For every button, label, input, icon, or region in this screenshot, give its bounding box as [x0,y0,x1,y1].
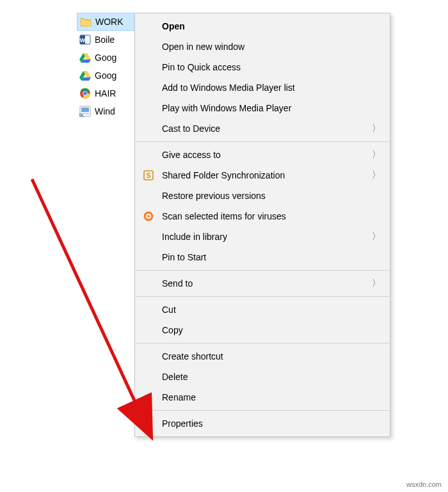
svg-line-23 [32,179,150,435]
menu-wmp-play[interactable]: Play with Windows Media Player [135,98,390,118]
menu-label: Properties [162,418,381,429]
menu-separator [136,343,389,344]
blank-icon [141,148,156,162]
blank-icon [141,417,156,431]
menu-label: Copy [162,325,381,335]
file-label: Goog [95,52,116,63]
blank-icon [141,390,156,404]
menu-label: Give access to [162,150,372,160]
blank-icon [141,303,156,317]
menu-label: Open [162,21,381,31]
menu-pin-start[interactable]: Pin to Start [135,247,390,267]
menu-label: Cast to Device [162,123,372,134]
blank-icon [141,19,156,33]
menu-create-shortcut[interactable]: Create shortcut [135,346,390,367]
menu-label: Rename [162,392,381,402]
menu-restore-previous[interactable]: Restore previous versions [135,186,390,206]
menu-label: Play with Windows Media Player [162,103,381,113]
file-label: Goog [95,70,116,81]
blank-icon [141,189,156,203]
menu-open-new-window[interactable]: Open in new window [135,36,390,57]
blank-icon [141,323,156,337]
menu-separator [136,141,389,142]
chevron-right-icon: 〉 [372,149,381,161]
menu-rename[interactable]: Rename [135,387,390,408]
menu-label: Send to [162,278,372,289]
watermark: wsxdn.com [406,480,442,488]
chevron-right-icon: 〉 [372,170,381,181]
menu-scan-viruses[interactable]: Scan selected items for viruses [135,206,390,226]
menu-shared-folder-sync[interactable]: S Shared Folder Synchronization 〉 [135,165,390,186]
svg-rect-14 [81,113,89,115]
svg-rect-13 [81,107,89,112]
antivirus-icon [141,209,156,223]
menu-label: Add to Windows Media Player list [162,83,381,93]
menu-separator [136,410,389,411]
menu-delete[interactable]: Delete [135,367,390,387]
svg-text:S: S [147,172,151,179]
menu-open[interactable]: Open [135,16,390,36]
menu-separator [136,270,389,271]
blank-icon [141,122,156,136]
file-label: HAIR [95,88,116,99]
menu-copy[interactable]: Copy [135,320,390,340]
menu-properties[interactable]: Properties [135,413,390,434]
menu-wmp-add[interactable]: Add to Windows Media Player list [135,77,390,98]
chevron-right-icon: 〉 [372,278,381,289]
blank-icon [141,40,156,54]
chrome-icon [79,88,91,99]
word-icon: W [79,34,91,45]
chevron-right-icon: 〉 [372,231,381,242]
menu-label: Delete [162,372,381,382]
file-label: Boile [95,35,115,45]
blank-icon [141,250,156,264]
menu-pin-quick-access[interactable]: Pin to Quick access [135,57,390,77]
menu-label: Cut [162,305,381,315]
menu-give-access-to[interactable]: Give access to 〉 [135,145,390,165]
drive-icon [79,52,91,63]
menu-separator [136,296,389,297]
context-menu: Open Open in new window Pin to Quick acc… [134,13,390,437]
menu-cut[interactable]: Cut [135,299,390,320]
shortcut-icon [79,106,91,117]
blank-icon [141,81,156,95]
menu-label: Shared Folder Synchronization [162,170,372,180]
menu-label: Include in library [162,232,372,242]
sync-icon: S [141,168,156,182]
menu-label: Pin to Start [162,252,381,262]
drive-icon [79,70,91,81]
svg-text:W: W [80,37,86,44]
menu-cast-to-device[interactable]: Cast to Device 〉 [135,118,390,139]
file-label: WORK [95,17,124,27]
chevron-right-icon: 〉 [372,123,381,134]
blank-icon [141,370,156,384]
menu-label: Restore previous versions [162,191,381,201]
menu-send-to[interactable]: Send to 〉 [135,273,390,294]
svg-point-11 [83,91,87,95]
blank-icon [141,349,156,363]
menu-include-library[interactable]: Include in library 〉 [135,226,390,247]
blank-icon [141,230,156,244]
blank-icon [141,60,156,74]
folder-icon [80,16,92,28]
svg-point-21 [147,215,150,218]
menu-label: Open in new window [162,42,381,52]
menu-label: Pin to Quick access [162,62,381,72]
menu-label: Scan selected items for viruses [162,211,381,221]
file-label: Wind [95,106,115,116]
menu-label: Create shortcut [162,351,381,361]
blank-icon [141,276,156,290]
blank-icon [141,101,156,115]
